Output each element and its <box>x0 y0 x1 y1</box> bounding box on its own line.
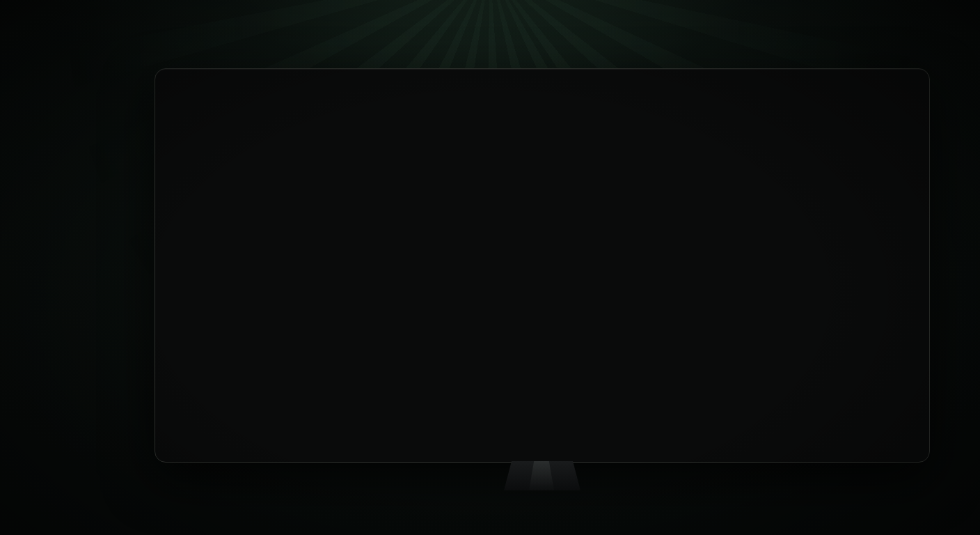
vignette-overlay <box>0 0 980 535</box>
